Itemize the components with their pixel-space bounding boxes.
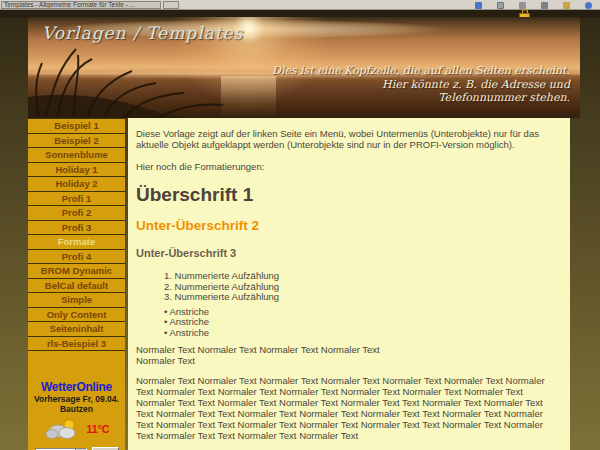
browser-toolbar-icons	[475, 1, 592, 9]
header-tagline: Dies ist eine Kopfzeile, die auf allen S…	[272, 64, 570, 105]
forecast-city: Bautzen	[28, 404, 125, 414]
sidebar-item-profi-3[interactable]: Profi 3	[28, 221, 125, 236]
numbered-list-item: Nummerierte Aufzählung	[164, 292, 560, 303]
tagline-line: Telefonnummer stehen.	[272, 91, 570, 105]
sidebar-item-formate[interactable]: Formate	[28, 235, 125, 250]
intro-paragraph: Diese Vorlage zeigt auf der linken Seite…	[136, 128, 560, 150]
sidebar-item-only-content[interactable]: Only Content	[28, 308, 125, 323]
temperature-value: 11°C	[87, 423, 110, 435]
numbered-list-item: Nummerierte Aufzählung	[164, 271, 560, 282]
print-icon[interactable]	[497, 2, 504, 9]
bullet-list-item: Anstriche	[164, 307, 560, 318]
sidebar-item-beispiel-2[interactable]: Beispiel 2	[28, 134, 125, 149]
sidebar-item-brom-dynamic[interactable]: BROM Dynamic	[28, 264, 125, 279]
screen: Templates - Allgemeine Formate für Texte…	[0, 0, 600, 450]
messenger-icon[interactable]	[563, 2, 570, 9]
bullet-list-item: Anstriche	[164, 328, 560, 339]
normal-text-short: Normaler Text Normaler Text Normaler Tex…	[136, 344, 560, 366]
heading-2: Unter-Überschrift 2	[136, 219, 560, 233]
normal-text-line: Normaler Text Normaler Text Normaler Tex…	[136, 344, 380, 355]
main-content: Diese Vorlage zeigt auf der linken Seite…	[128, 118, 570, 450]
sidebar-item-rls-beispiel-3[interactable]: rls-Beispiel 3	[28, 337, 125, 352]
normal-text-line: Normaler Text	[136, 355, 195, 366]
heading-1: Überschrift 1	[136, 185, 560, 205]
sidebar-item-profi-4[interactable]: Profi 4	[28, 250, 125, 265]
help-icon[interactable]	[585, 2, 592, 9]
browser-tab[interactable]: Templates - Allgemeine Formate für Texte…	[1, 1, 161, 9]
sidebar-item-seiteninhalt[interactable]: Seiteninhalt	[28, 322, 125, 337]
header-banner: Vorlagen / Templates Dies ist eine Kopfz…	[28, 17, 580, 118]
wetteronline-logo[interactable]: WetterOnline	[28, 380, 125, 394]
sidebar-item-belcal-default[interactable]: BelCal default	[28, 279, 125, 294]
forecast-label: Vorhersage Fr, 09.04.	[28, 394, 125, 404]
sun-behind-cloud-icon	[44, 418, 80, 440]
bullet-list-item: Anstriche	[164, 317, 560, 328]
sidebar: Beispiel 1 Beispiel 2 Sonnenblume Holida…	[28, 118, 125, 450]
edit-icon[interactable]	[519, 2, 526, 9]
discuss-icon[interactable]	[541, 2, 548, 9]
sidebar-menu: Beispiel 1 Beispiel 2 Sonnenblume Holida…	[28, 118, 125, 351]
heading-3: Unter-Überschrift 3	[136, 247, 560, 259]
weather-widget: WetterOnline Vorhersage Fr, 09.04. Bautz…	[28, 380, 125, 450]
sidebar-item-sonnenblume[interactable]: Sonnenblume	[28, 148, 125, 163]
tagline-line: Hier könnte z. B. die Adresse und	[272, 78, 570, 92]
sidebar-item-holiday-1[interactable]: Holiday 1	[28, 163, 125, 178]
browser-tab-spacer	[163, 1, 179, 9]
site-title: Vorlagen / Templates	[42, 23, 243, 43]
browser-titlebar: Templates - Allgemeine Formate für Texte…	[0, 0, 600, 10]
numbered-list: Nummerierte Aufzählung Nummerierte Aufzä…	[136, 271, 560, 303]
sidebar-item-simple[interactable]: Simple	[28, 293, 125, 308]
sidebar-item-profi-2[interactable]: Profi 2	[28, 206, 125, 221]
normal-text-long: Normaler Text Normaler Text Normaler Tex…	[136, 375, 560, 441]
formats-label: Hier noch die Formatierungen:	[136, 161, 560, 172]
browser-tab-title: Templates - Allgemeine Formate für Texte…	[4, 1, 135, 8]
tagline-line: Dies ist eine Kopfzeile, die auf allen S…	[272, 64, 570, 78]
bullet-list: Anstriche Anstriche Anstriche	[136, 307, 560, 339]
mail-icon[interactable]	[475, 2, 482, 9]
sidebar-item-profi-1[interactable]: Profi 1	[28, 192, 125, 207]
sidebar-item-holiday-2[interactable]: Holiday 2	[28, 177, 125, 192]
sidebar-item-beispiel-1[interactable]: Beispiel 1	[28, 119, 125, 134]
